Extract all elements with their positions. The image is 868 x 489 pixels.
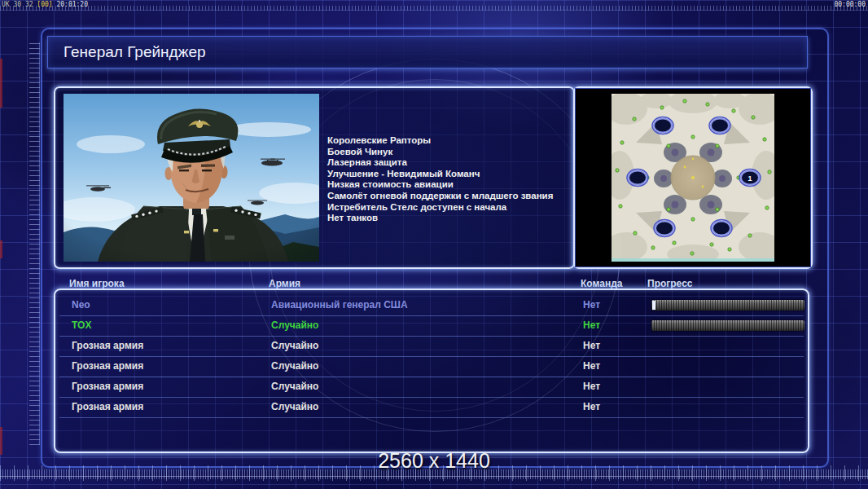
player-row: Грозная армия Случайно Нет (59, 337, 804, 357)
edge-artifact (0, 59, 2, 108)
column-header-player-name: Имя игрока (69, 278, 125, 289)
general-portrait (64, 94, 319, 262)
match-timer: 00:00:00 (834, 1, 866, 8)
player-army: Случайно (271, 316, 318, 335)
player-team: Нет (583, 377, 600, 396)
waveform-baseline (0, 476, 868, 477)
edge-artifact (0, 240, 2, 258)
column-header-team: Команда (581, 278, 622, 289)
map-preview: 1 (612, 94, 774, 262)
ability-item: Улучшение - Невидимый Команч (327, 169, 553, 180)
player-army: Авиационный генерал США (271, 296, 408, 315)
player-army: Случайно (271, 398, 318, 416)
player-name: Neo (72, 296, 90, 315)
player-name: Грозная армия (72, 337, 143, 355)
ability-item: Самолёт огневой поддержки с младшего зва… (327, 191, 553, 202)
top-tick-strip (0, 6, 868, 11)
debug-prefix: UK 30 32 (2, 1, 33, 8)
player-table: Neo Авиационный генерал США Нет TOX Случ… (54, 289, 809, 453)
debug-overlay: UK 30 32 [00] 20:01:20 (2, 1, 88, 8)
debug-bracket: [00] (37, 1, 52, 8)
player-team: Нет (583, 337, 600, 355)
player-row: TOX Случайно Нет (59, 316, 804, 337)
player-name: Грозная армия (72, 398, 143, 416)
spawn-number-label: 1 (747, 174, 752, 183)
ability-list: Королевские Рапторы Боевой Чинук Лазерна… (327, 135, 553, 224)
general-info-panel: Королевские Рапторы Боевой Чинук Лазерна… (54, 86, 575, 269)
player-name: TOX (72, 316, 91, 335)
column-header-progress: Прогресс (647, 278, 692, 289)
map-preview-panel: 1 (573, 86, 813, 269)
player-name: Грозная армия (72, 377, 143, 396)
player-army: Случайно (271, 377, 318, 396)
ability-item: Низкая стоимость авиации (327, 179, 553, 191)
player-team: Нет (583, 296, 600, 315)
progress-bar-fill (652, 301, 655, 310)
map-letterbox: 1 (576, 89, 810, 267)
player-team: Нет (583, 357, 600, 376)
player-army: Случайно (271, 357, 318, 376)
player-row: Грозная армия Случайно Нет (59, 398, 804, 418)
page-title: Генерал Грейнджер (48, 37, 807, 67)
progress-bar (651, 300, 804, 311)
player-row: Neo Авиационный генерал США Нет (59, 296, 804, 316)
ability-item: Истребитель Стелс доступен с начала (327, 202, 553, 214)
progress-bar (651, 320, 804, 331)
ability-item: Лазерная защита (327, 157, 553, 169)
player-name: Грозная армия (72, 357, 143, 376)
player-team: Нет (583, 316, 600, 335)
ability-item: Королевские Рапторы (327, 135, 553, 147)
player-row: Грозная армия Случайно Нет (59, 357, 804, 377)
left-ruler (29, 42, 40, 445)
title-panel: Генерал Грейнджер (47, 36, 808, 68)
loading-screen: UK 30 32 [00] 20:01:20 00:00:00 Генерал … (0, 0, 868, 489)
player-team: Нет (583, 398, 600, 416)
general-portrait-art (64, 94, 319, 262)
player-army: Случайно (271, 337, 318, 355)
debug-time: 20:01:20 (56, 1, 88, 8)
column-header-army: Армия (269, 278, 300, 289)
ability-item: Нет танков (327, 213, 553, 224)
player-row: Грозная армия Случайно Нет (59, 377, 804, 398)
ability-item: Боевой Чинук (327, 147, 553, 158)
resolution-label: 2560 x 1440 (0, 449, 868, 473)
